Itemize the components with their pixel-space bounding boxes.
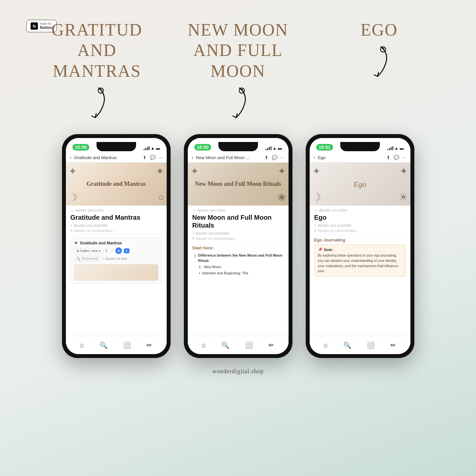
- add-property-label-gratitude: Ajouter une propriété: [74, 223, 108, 227]
- db-view-btn-gratitude[interactable]: ⊞ Gallery view ▾: [74, 248, 103, 254]
- notch-ego: [340, 142, 380, 151]
- grid-icon: ⊞: [76, 249, 79, 253]
- add-icon-row-moon[interactable]: ☺ Ajouter une icône: [192, 208, 284, 212]
- db-sun-icon: ☀: [74, 240, 78, 245]
- notch-moon: [218, 142, 258, 151]
- time-gratitude: 15:50: [72, 144, 90, 151]
- cover-ego: ✦ ✦ ☽ ☀ Ego: [310, 163, 410, 206]
- db-view-label-gratitude: Gallery view: [80, 249, 98, 253]
- nav-title-moon: New Moon and Full Moon ...: [196, 155, 262, 160]
- db-search-gratitude[interactable]: 🔍 Rechercher: [74, 256, 101, 262]
- db-controls-gratitude: 🔍 Rechercher + Ajouter un filtre: [74, 256, 158, 262]
- more-icon-gratitude[interactable]: ···: [159, 155, 163, 160]
- db-title-gratitude: Gratitude and Mantras: [80, 241, 158, 245]
- more-icon-moon[interactable]: ···: [281, 155, 285, 160]
- add-comment-row-gratitude[interactable]: A Ajouter un commentaire...: [70, 229, 162, 235]
- db-card-area: [74, 264, 158, 281]
- phones-section: 15:50 ▲ ▬ ‹ Gratitude and Mantras ⬆ 💬 ··…: [0, 127, 476, 358]
- back-arrow-ego[interactable]: ‹: [314, 154, 315, 160]
- top-section: N Made for Notion GRATITUD AND MANTRAS N…: [0, 0, 476, 124]
- phone-nav-moon: ⌂ 🔍 ⬜ ✏: [188, 336, 289, 354]
- add-comment-label-gratitude: Ajouter un commentaire...: [74, 229, 116, 233]
- db-dropdown-btn[interactable]: ▾: [124, 248, 129, 253]
- comment-icon-ego[interactable]: 💬: [394, 155, 399, 160]
- phone-moon-content: ☺ Ajouter une icône New Moon and Full Mo…: [188, 206, 289, 354]
- signal-icon: [144, 146, 150, 150]
- chevron-down-icon: ▾: [99, 249, 100, 253]
- nav-home-icon-1[interactable]: ⌂: [80, 341, 84, 349]
- nav-inbox-icon-1[interactable]: ⬜: [123, 341, 131, 349]
- add-property-row-moon[interactable]: + Ajouter une propriété: [192, 231, 284, 235]
- nav-home-icon-3[interactable]: ⌂: [324, 341, 328, 349]
- more-icon-ego[interactable]: ···: [403, 155, 406, 160]
- add-icon-row-gratitude[interactable]: ☺ Ajouter une icône: [70, 208, 162, 212]
- nav-inbox-icon-2[interactable]: ⬜: [245, 341, 253, 349]
- status-icons-gratitude: ▲ ▬: [144, 146, 160, 151]
- phone-gratitude-status-bar: 15:50 ▲ ▬: [66, 138, 167, 153]
- ego-heading-text: EGO: [360, 20, 398, 39]
- add-property-row-ego[interactable]: + Ajouter une propriété: [314, 223, 406, 227]
- signal-icon-2: [266, 146, 271, 150]
- cover-moon: ✦ ✦ ❀ New Moon and Full Moon Rituals: [188, 163, 289, 206]
- add-property-row-gratitude[interactable]: + Ajouter une propriété: [70, 223, 162, 227]
- time-ego: 15:51: [316, 144, 333, 151]
- db-card-gratitude: [74, 264, 158, 281]
- add-icon-emoji-moon: ☺: [192, 208, 196, 212]
- back-arrow-gratitude[interactable]: ‹: [70, 154, 71, 160]
- back-arrow-moon[interactable]: ‹: [192, 154, 193, 160]
- nav-search-icon-3[interactable]: 🔍: [343, 341, 351, 349]
- phone-ego-header: ‹ Ego ⬆ 💬 ···: [310, 153, 410, 163]
- nav-edit-icon-2[interactable]: ✏: [268, 341, 274, 349]
- page-body-ego: ☺ Ajouter une icône Ego + Ajouter une pr…: [310, 206, 410, 279]
- cover-gratitude: ✦ ✦ ☽ ○ Gratitude and Mantras: [66, 163, 167, 206]
- deco-star-ego-tl: ✦: [312, 165, 321, 177]
- phone-gratitude-content: ☺ Ajouter une icône Gratitude and Mantra…: [66, 206, 167, 354]
- deco-circle-br: ○: [158, 192, 164, 203]
- content-item-moon-2: 1. New Moon: [192, 264, 284, 270]
- deco-star-bl: ☽: [69, 191, 77, 203]
- arrow-2: [221, 85, 254, 124]
- note-block-text-ego: By exploring these questions in your ego…: [318, 253, 402, 274]
- add-icon-label-gratitude: Ajouter une icône: [75, 208, 104, 212]
- share-icon-moon[interactable]: ⬆: [265, 155, 268, 160]
- wifi-icon-2: ▲: [273, 146, 277, 151]
- phone-ego-content: ☺ Ajouter une icône Ego + Ajouter une pr…: [310, 206, 410, 354]
- column-label-ego: EGO: [316, 20, 443, 83]
- page-heading-gratitude: Gratitude and Mantras: [70, 213, 162, 221]
- add-comment-label-moon: Ajouter un commentaire...: [196, 237, 238, 240]
- phone-nav-ego: ⌂ 🔍 ⬜ ✏: [310, 336, 410, 354]
- plus-icon-prop-ego: +: [314, 223, 316, 227]
- nav-home-icon-2[interactable]: ⌂: [202, 341, 206, 349]
- comment-icon-moon[interactable]: 💬: [272, 155, 277, 160]
- share-icon-ego[interactable]: ⬆: [386, 155, 390, 160]
- phone-moon: 15:50 ▲ ▬ ‹ New Moon and Full Moon ... ⬆…: [184, 134, 293, 358]
- add-comment-row-ego[interactable]: A Ajouter un commentaire...: [314, 229, 406, 235]
- battery-icon: ▬: [156, 146, 160, 151]
- list-num-1: 1.: [199, 265, 202, 269]
- db-add-btn[interactable]: +: [115, 247, 122, 254]
- share-icon-gratitude[interactable]: ⬆: [143, 155, 147, 160]
- db-filter-label: Ajouter un filtre: [105, 257, 127, 261]
- header-icons-gratitude: ⬆ 💬 ···: [143, 155, 163, 160]
- moon-heading: NEW MOON AND FULL MOON: [175, 20, 302, 81]
- db-sort-icon[interactable]: ⇅: [105, 248, 108, 253]
- nav-edit-icon-3[interactable]: ✏: [390, 341, 396, 349]
- db-more-icon[interactable]: ···: [110, 248, 113, 253]
- note-title-row: 📌 Note:: [318, 247, 402, 252]
- ego-journaling-heading: Ego Journaling: [314, 238, 406, 242]
- add-comment-row-moon[interactable]: A Ajouter un commentaire...: [192, 237, 284, 243]
- arrow-3: [363, 43, 396, 83]
- phone-nav-gratitude: ⌂ 🔍 ⬜ ✏: [66, 336, 167, 354]
- comment-char-moon: A: [192, 237, 195, 240]
- gratitude-heading-line2: MANTRAS: [53, 62, 141, 80]
- nav-edit-icon-1[interactable]: ✏: [147, 341, 152, 349]
- db-filter-gratitude[interactable]: + Ajouter un filtre: [102, 257, 127, 261]
- wifi-icon: ▲: [151, 146, 155, 151]
- add-icon-row-ego[interactable]: ☺ Ajouter une icône: [314, 208, 406, 212]
- deco-flower-moon-br: ❀: [278, 191, 286, 203]
- comment-icon-gratitude[interactable]: 💬: [150, 155, 155, 160]
- nav-inbox-icon-3[interactable]: ⬜: [367, 341, 375, 349]
- nav-search-icon-2[interactable]: 🔍: [221, 341, 230, 349]
- note-block-ego: 📌 Note: By exploring these questions in …: [314, 244, 406, 277]
- nav-search-icon-1[interactable]: 🔍: [99, 341, 108, 349]
